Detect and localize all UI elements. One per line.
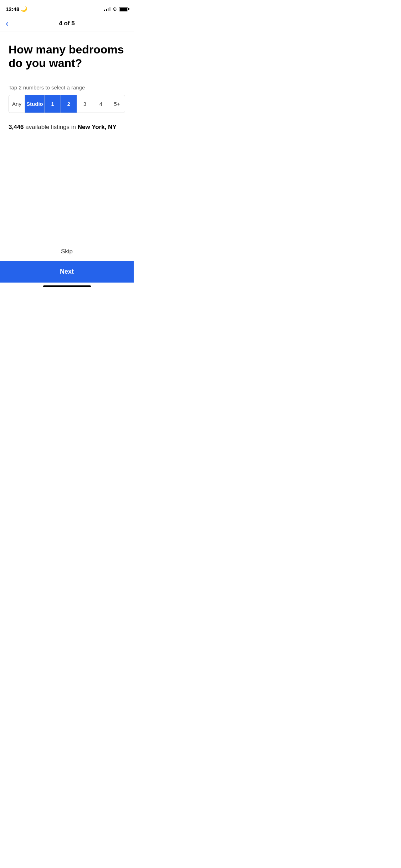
instruction-text: Tap 2 numbers to select a range: [9, 84, 125, 91]
moon-icon: 🌙: [21, 6, 27, 12]
skip-label: Skip: [61, 248, 73, 255]
back-chevron-icon: ‹: [6, 19, 9, 28]
skip-button[interactable]: Skip: [0, 242, 134, 261]
bedroom-option-2[interactable]: 2: [61, 95, 77, 113]
results-text: 3,446 available listings in New York, NY: [9, 123, 125, 131]
bedroom-option-5plus[interactable]: 5+: [109, 95, 125, 113]
question-title: How many bedrooms do you want?: [9, 43, 125, 70]
bedroom-option-studio[interactable]: Studio: [25, 95, 45, 113]
signal-bar-3: [108, 8, 109, 11]
next-button[interactable]: Next: [0, 261, 134, 283]
signal-bar-2: [106, 9, 107, 11]
next-label: Next: [60, 268, 74, 275]
battery-fill: [120, 7, 127, 11]
home-indicator: [0, 283, 134, 289]
results-location: New York, NY: [78, 124, 117, 130]
status-icons: ⊙: [104, 6, 128, 12]
results-label: available listings in: [25, 124, 76, 130]
battery-icon: [119, 7, 128, 11]
step-indicator: 4 of 5: [59, 20, 74, 27]
bedroom-option-4[interactable]: 4: [93, 95, 109, 113]
nav-bar: ‹ 4 of 5: [0, 16, 134, 31]
wifi-icon: ⊙: [113, 6, 117, 12]
status-bar: 12:48 🌙 ⊙: [0, 0, 134, 16]
bedroom-option-3[interactable]: 3: [77, 95, 93, 113]
back-button[interactable]: ‹: [6, 19, 9, 28]
results-count: 3,446: [9, 124, 24, 130]
signal-icon: [104, 7, 110, 11]
signal-bar-1: [104, 10, 105, 11]
status-time: 12:48 🌙: [6, 6, 27, 12]
bedroom-option-1[interactable]: 1: [45, 95, 61, 113]
main-content: How many bedrooms do you want? Tap 2 num…: [0, 31, 134, 131]
home-bar: [43, 285, 91, 287]
time-display: 12:48: [6, 6, 19, 12]
bedroom-selector: Any Studio 1 2 3 4 5+: [9, 95, 125, 113]
signal-bar-4: [109, 7, 110, 11]
bedroom-option-any[interactable]: Any: [9, 95, 25, 113]
bottom-area: Skip Next: [0, 242, 134, 289]
